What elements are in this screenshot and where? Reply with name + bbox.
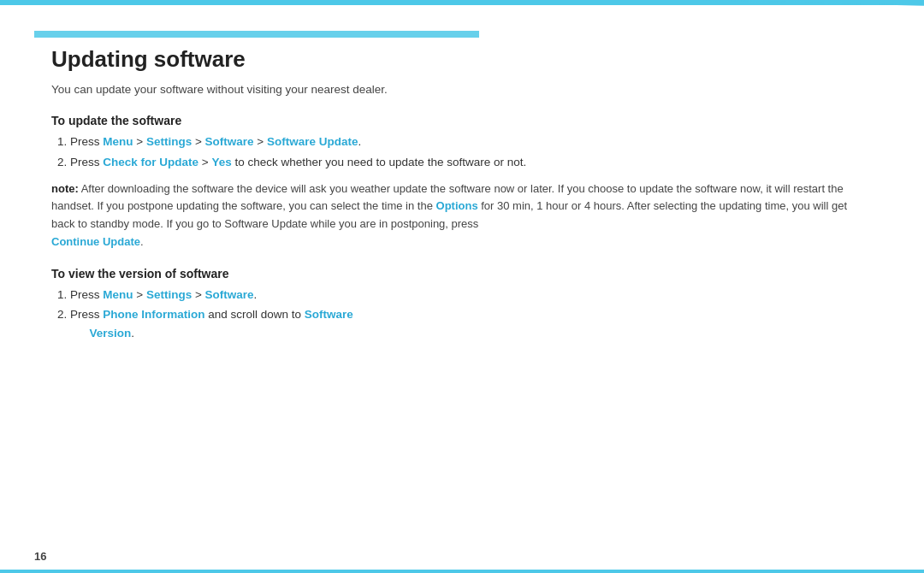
options-link[interactable]: Options: [436, 199, 478, 212]
settings-link2[interactable]: Settings: [146, 288, 192, 301]
content-area: Updating software You can update your so…: [51, 34, 873, 539]
section1-step1: Press Menu > Settings > Software > Softw…: [70, 133, 873, 151]
menu-link2[interactable]: Menu: [103, 288, 133, 301]
page-number: 16: [34, 550, 46, 563]
section2-step2: Press Phone Information and scroll down …: [70, 305, 873, 342]
software-link2[interactable]: Software: [205, 288, 254, 301]
section1-steps: Press Menu > Settings > Software > Softw…: [70, 133, 873, 171]
page-title: Updating software: [51, 46, 873, 73]
section2: To view the version of software Press Me…: [51, 267, 873, 343]
section1-step2: Press Check for Update > Yes to check wh…: [70, 153, 873, 172]
section2-step1: Press Menu > Settings > Software.: [70, 286, 873, 304]
section2-heading: To view the version of software: [51, 267, 873, 281]
menu-link1[interactable]: Menu: [103, 135, 133, 148]
section2-steps: Press Menu > Settings > Software. Press …: [70, 286, 873, 343]
note-label: note:: [51, 182, 79, 195]
section1-heading: To update the software: [51, 114, 873, 127]
note-block: note: After downloading the software the…: [51, 180, 873, 251]
check-for-update-link[interactable]: Check for Update: [103, 156, 198, 168]
yes-link[interactable]: Yes: [211, 156, 231, 168]
top-accent: [650, 0, 924, 34]
bottom-bar: [0, 570, 924, 573]
phone-information-link[interactable]: Phone Information: [103, 308, 204, 321]
settings-link1[interactable]: Settings: [146, 135, 192, 148]
software-update-link[interactable]: Software Update: [267, 135, 358, 148]
svg-line-0: [702, 0, 924, 5]
note-text3: .: [140, 235, 144, 248]
page-container: Updating software You can update your so…: [0, 0, 924, 573]
software-link1[interactable]: Software: [205, 135, 254, 148]
continue-update-link[interactable]: Continue Update: [51, 235, 140, 248]
intro-text: You can update your software without vis…: [51, 81, 873, 98]
